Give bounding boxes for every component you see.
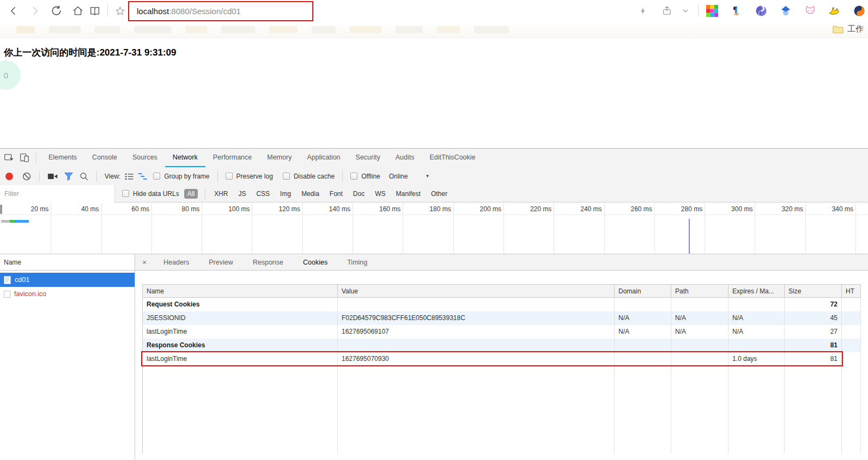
offline-checkbox[interactable] — [350, 173, 357, 180]
throttling-dropdown-arrow-icon[interactable]: ▼ — [425, 174, 429, 179]
detail-tab-response[interactable]: Response — [243, 254, 293, 271]
devtools-tab-network[interactable]: Network — [165, 149, 205, 167]
cookie-row[interactable]: Response Cookies81 — [143, 339, 861, 352]
device-toolbar-icon[interactable] — [19, 152, 31, 164]
detail-tab-headers[interactable]: Headers — [154, 254, 199, 271]
home-icon[interactable] — [71, 4, 84, 17]
filter-type-js[interactable]: JS — [236, 189, 247, 199]
inspect-element-icon[interactable] — [3, 152, 15, 164]
detail-tab-timing[interactable]: Timing — [337, 254, 377, 271]
filter-type-doc[interactable]: Doc — [351, 189, 366, 199]
lightning-icon[interactable] — [636, 4, 650, 17]
cookie-column-size[interactable]: Size — [785, 285, 842, 297]
favorite-star-icon[interactable] — [113, 4, 126, 17]
bookmark-item[interactable] — [185, 26, 207, 33]
filter-type-xhr[interactable]: XHR — [213, 189, 229, 199]
search-icon[interactable] — [79, 171, 89, 181]
devtools-tab-sources[interactable]: Sources — [125, 149, 165, 167]
share-icon[interactable] — [660, 4, 673, 17]
forward-icon[interactable] — [28, 4, 41, 17]
devtools-tab-memory[interactable]: Memory — [259, 149, 299, 167]
devtools-tab-editthiscookie[interactable]: EditThisCookie — [422, 149, 483, 167]
hide-data-urls-toggle[interactable]: Hide data URLs — [122, 190, 179, 198]
network-overview[interactable]: 20 ms40 ms60 ms80 ms100 ms120 ms140 ms16… — [0, 203, 868, 254]
cookie-column-path[interactable]: Path — [671, 285, 729, 297]
devtools-tab-elements[interactable]: Elements — [41, 149, 84, 167]
cookie-row[interactable]: lastLoginTime1627695069107N/AN/AN/A27 — [143, 325, 861, 339]
group-by-frame-toggle[interactable]: Group by frame — [153, 173, 209, 180]
detail-tab-cookies[interactable]: Cookies — [293, 254, 337, 271]
disable-cache-toggle[interactable]: Disable cache — [283, 173, 335, 180]
filter-type-other[interactable]: Other — [429, 189, 449, 199]
back-icon[interactable] — [7, 4, 20, 17]
devtools-tab-performance[interactable]: Performance — [205, 149, 260, 167]
chevron-down-icon[interactable] — [679, 4, 692, 17]
hide-data-urls-checkbox[interactable] — [122, 190, 129, 197]
extension-pilcrow-icon[interactable]: ¶ — [730, 4, 744, 18]
timeline-separator — [0, 214, 868, 215]
timeline-label: 80 ms — [182, 205, 200, 213]
bookmark-item[interactable] — [269, 26, 298, 33]
filter-type-img[interactable]: Img — [278, 189, 293, 199]
bookmark-item[interactable] — [437, 26, 460, 33]
file-icon — [4, 291, 10, 298]
bookmark-item[interactable] — [16, 26, 35, 33]
devtools-tab-application[interactable]: Application — [299, 149, 348, 167]
devtools-tab-console[interactable]: Console — [84, 149, 125, 167]
preserve-log-checkbox[interactable] — [226, 173, 233, 180]
address-bar[interactable]: localhost:8080/Session/cd01 — [128, 1, 313, 21]
filter-type-ws[interactable]: WS — [373, 189, 387, 199]
preserve-log-toggle[interactable]: Preserve log — [226, 173, 273, 180]
cookie-row[interactable]: Request Cookies72 — [143, 298, 861, 311]
floating-badge[interactable]: 0 — [0, 60, 21, 90]
cookie-column-domain[interactable]: Domain — [615, 285, 671, 297]
throttling-select[interactable]: Online — [389, 173, 408, 180]
detail-tab-preview[interactable]: Preview — [199, 254, 242, 271]
disable-cache-checkbox[interactable] — [283, 173, 290, 180]
cookie-column-ht[interactable]: HT — [842, 285, 861, 297]
cookie-column-name[interactable]: Name — [143, 285, 338, 297]
offline-toggle[interactable]: Offline — [350, 173, 380, 180]
bookmarks-folder[interactable]: 工作 — [833, 24, 864, 34]
devtools-tab-audits[interactable]: Audits — [388, 149, 422, 167]
filter-type-font[interactable]: Font — [328, 189, 344, 199]
filter-type-manifest[interactable]: Manifest — [394, 189, 422, 199]
bookmark-item[interactable] — [49, 26, 81, 33]
cookie-column-expiresma[interactable]: Expires / Ma... — [729, 285, 785, 297]
bookmark-item[interactable] — [221, 26, 255, 33]
request-row-favicon.ico[interactable]: favicon.ico — [0, 287, 135, 301]
clear-icon[interactable] — [22, 171, 32, 181]
group-by-frame-checkbox[interactable] — [153, 173, 160, 180]
request-list-header[interactable]: Name — [0, 254, 135, 271]
bookmark-item[interactable] — [312, 26, 336, 33]
filter-type-css[interactable]: CSS — [254, 189, 271, 199]
filter-funnel-icon[interactable] — [64, 172, 74, 181]
view-waterfall-icon[interactable] — [138, 172, 148, 181]
devtools-tab-security[interactable]: Security — [348, 149, 388, 167]
cookie-cell-value: 1627695069107 — [338, 325, 615, 339]
bookmark-item[interactable] — [396, 26, 423, 33]
reading-list-icon[interactable] — [88, 4, 101, 17]
bookmark-item[interactable] — [134, 26, 171, 33]
capture-screenshots-icon[interactable] — [47, 172, 58, 181]
bookmark-item[interactable] — [474, 26, 509, 33]
cookie-row-highlighted[interactable]: lastLoginTime16276950709301.0 days81 — [143, 352, 861, 366]
filter-input[interactable] — [0, 185, 115, 203]
extension-pink-cat-icon[interactable] — [803, 4, 817, 18]
extension-color-grid-icon[interactable] — [705, 4, 719, 18]
record-button[interactable] — [5, 173, 13, 180]
filter-type-all[interactable]: All — [184, 189, 198, 199]
view-list-icon[interactable] — [124, 172, 134, 181]
extension-navy-swirl-icon[interactable] — [852, 4, 866, 18]
filter-type-media[interactable]: Media — [300, 189, 321, 199]
cookie-row[interactable]: JSESSIONIDF02D64579C983CFF61E050C8953931… — [143, 311, 861, 325]
request-row-cd01[interactable]: cd01 — [0, 273, 135, 287]
bookmark-item[interactable] — [95, 26, 120, 33]
bookmark-item[interactable] — [350, 26, 381, 33]
close-icon[interactable]: × — [135, 258, 154, 267]
refresh-icon[interactable] — [50, 4, 63, 17]
extension-spinning-top-icon[interactable] — [779, 4, 793, 18]
cookie-column-value[interactable]: Value — [338, 285, 615, 297]
extension-yellow-cat-icon[interactable] — [827, 4, 841, 18]
extension-purple-swirl-icon[interactable] — [754, 4, 768, 18]
